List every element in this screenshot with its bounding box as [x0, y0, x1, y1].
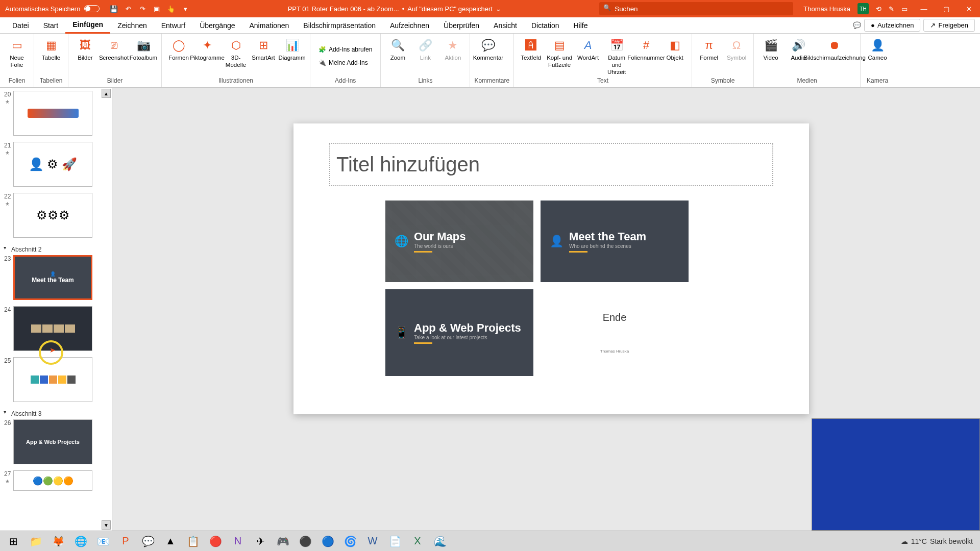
qa-dropdown-icon[interactable]: ▾ [179, 2, 192, 15]
record-button[interactable]: ● Aufzeichnen [864, 19, 920, 32]
weather-widget[interactable]: ☁ 11°C Stark bewölkt [901, 537, 977, 545]
excel-icon[interactable]: X [407, 532, 428, 550]
outlook-icon[interactable]: 📧 [93, 532, 113, 550]
tab-hilfe[interactable]: Hilfe [566, 17, 595, 34]
slide-thumb-24[interactable]: 24 [4, 306, 108, 351]
tab-bildschirmpraesentation[interactable]: Bildschirmpräsentation [296, 17, 383, 34]
explorer-icon[interactable]: 📁 [26, 532, 46, 550]
screenrec-button[interactable]: ⏺Bildschirmaufzeichnung [813, 36, 856, 62]
smartart-button[interactable]: ⊞SmartArt [251, 36, 276, 62]
textbox-button[interactable]: 🅰Textfeld [518, 36, 544, 62]
my-addins-button[interactable]: 🔌Meine Add-Ins [314, 58, 372, 68]
slidenumber-button[interactable]: #Foliennummer [632, 36, 660, 62]
slide-thumb-20[interactable]: 20★ [4, 91, 108, 136]
minimize-button[interactable]: — [913, 0, 935, 17]
user-badge[interactable]: TH [857, 3, 869, 14]
app-icon-3[interactable]: 🔴 [205, 532, 226, 550]
start-button[interactable]: ⊞ [3, 532, 23, 550]
card-our-maps[interactable]: 🌐 Our Maps The world is ours [385, 201, 533, 282]
wordart-button[interactable]: AWordArt [575, 36, 601, 62]
tab-start[interactable]: Start [36, 17, 66, 34]
tab-animationen[interactable]: Animationen [242, 17, 297, 34]
save-icon[interactable]: 💾 [107, 2, 120, 15]
action-button[interactable]: ★Aktion [440, 36, 465, 62]
icons-button[interactable]: ✦Piktogramme [193, 36, 221, 62]
slide-thumb-26[interactable]: 26 App & Web Projects [4, 419, 108, 464]
equation-button[interactable]: πFormel [696, 36, 722, 62]
app-icon-6[interactable]: 🌀 [340, 532, 360, 550]
sync-icon[interactable]: ⟲ [876, 5, 881, 13]
comment-button[interactable]: 💬Kommentar [474, 36, 502, 62]
firefox-icon[interactable]: 🦊 [48, 532, 68, 550]
object-button[interactable]: ◧Objekt [662, 36, 688, 62]
app-icon-1[interactable]: 💬 [138, 532, 158, 550]
card-app-web[interactable]: 📱 App & Web Projects Take a look at our … [385, 289, 533, 376]
vlc-icon[interactable]: ▲ [160, 532, 181, 550]
search-input[interactable] [599, 2, 793, 15]
redo-icon[interactable]: ↷ [136, 2, 149, 15]
slide-thumb-21[interactable]: 21★ 👤 ⚙ 🚀 [4, 142, 108, 187]
onenote-icon[interactable]: N [228, 532, 248, 550]
datetime-button[interactable]: 📅Datum und Uhrzeit [603, 36, 630, 76]
3d-models-button[interactable]: ⬡3D-Modelle [223, 36, 249, 69]
tab-aufzeichnen[interactable]: Aufzeichnen [383, 17, 436, 34]
chart-button[interactable]: 📊Diagramm [278, 36, 306, 62]
new-slide-button[interactable]: ▭Neue Folie [4, 36, 30, 69]
photoalbum-button[interactable]: 📷Fotoalbum [130, 36, 157, 62]
slide-thumb-25[interactable]: 25 [4, 357, 108, 402]
app-icon-2[interactable]: 📋 [183, 532, 203, 550]
slide-thumb-23[interactable]: 23 👤Meet the Team [4, 255, 108, 300]
tab-uebergaenge[interactable]: Übergänge [192, 17, 242, 34]
link-button[interactable]: 🔗Link [412, 36, 438, 62]
section-header-2[interactable]: Abschnitt 2 [4, 244, 108, 255]
shapes-button[interactable]: ◯Formen [166, 36, 191, 62]
thumbnail-panel[interactable]: ▲ 20★ 21★ 👤 ⚙ 🚀 22★ ⚙⚙⚙ Abschnitt 2 23 👤… [0, 88, 112, 531]
video-button[interactable]: 🎬Video [758, 36, 783, 62]
toggle-switch[interactable] [84, 5, 100, 12]
undo-icon[interactable]: ↶ [121, 2, 135, 15]
app-icon-7[interactable]: 📄 [385, 532, 405, 550]
slide-editor[interactable]: Titel hinzufügen 🌐 Our Maps The world is… [293, 123, 809, 414]
cube-icon: ⬡ [228, 38, 243, 53]
pictures-button[interactable]: 🖼Bilder [72, 36, 98, 62]
scroll-down-button[interactable]: ▼ [102, 520, 111, 530]
app-icon-4[interactable]: 🎮 [273, 532, 293, 550]
word-icon[interactable]: W [362, 532, 383, 550]
tab-zeichnen[interactable]: Zeichnen [110, 17, 154, 34]
close-button[interactable]: ✕ [958, 0, 980, 17]
card-meet-team[interactable]: 👤 Meet the Team Who are behind the scene… [541, 201, 689, 282]
slide-thumb-22[interactable]: 22★ ⚙⚙⚙ [4, 193, 108, 238]
title-placeholder[interactable]: Titel hinzufügen [329, 143, 773, 186]
touch-mode-icon[interactable]: 👆 [164, 2, 178, 15]
tab-ansicht[interactable]: Ansicht [486, 17, 524, 34]
powerpoint-icon[interactable]: P [115, 532, 136, 550]
tab-dictation[interactable]: Dictation [524, 17, 566, 34]
slide-thumb-27[interactable]: 27★ 🔵🟢🟡🟠 [4, 470, 108, 491]
telegram-icon[interactable]: ✈ [250, 532, 271, 550]
table-button[interactable]: ▦Tabelle [38, 36, 64, 62]
window-mode-icon[interactable]: ▭ [901, 5, 908, 13]
comments-icon[interactable]: 💬 [853, 21, 861, 29]
zoom-button[interactable]: 🔍Zoom [385, 36, 410, 62]
cameo-button[interactable]: 👤Cameo [865, 36, 890, 62]
app-icon-5[interactable]: 🔵 [317, 532, 338, 550]
section-header-3[interactable]: Abschnitt 3 [4, 408, 108, 419]
pen-icon[interactable]: ✎ [889, 5, 894, 13]
obs-icon[interactable]: ⚫ [295, 532, 315, 550]
symbol-button[interactable]: ΩSymbol [724, 36, 749, 62]
card-ende[interactable]: Ende Thomas Hruska [541, 289, 689, 376]
screenshot-button[interactable]: ⎚Screenshot [100, 36, 128, 62]
autosave-toggle[interactable]: Automatisches Speichern [0, 5, 105, 13]
tab-datei[interactable]: Datei [5, 17, 36, 34]
chevron-down-icon[interactable]: ⌄ [496, 5, 501, 13]
tab-ueberpruefen[interactable]: Überprüfen [436, 17, 486, 34]
share-button[interactable]: ↗ Freigeben [923, 19, 975, 32]
maximize-button[interactable]: ▢ [935, 0, 958, 17]
tab-entwurf[interactable]: Entwurf [154, 17, 192, 34]
present-from-start-icon[interactable]: ▣ [150, 2, 163, 15]
edge-icon[interactable]: 🌊 [430, 532, 450, 550]
chrome-icon[interactable]: 🌐 [70, 532, 91, 550]
tab-einfuegen[interactable]: Einfügen [65, 17, 110, 34]
header-footer-button[interactable]: ▤Kopf- und Fußzeile [546, 36, 573, 69]
get-addins-button[interactable]: 🧩Add-Ins abrufen [314, 44, 376, 55]
